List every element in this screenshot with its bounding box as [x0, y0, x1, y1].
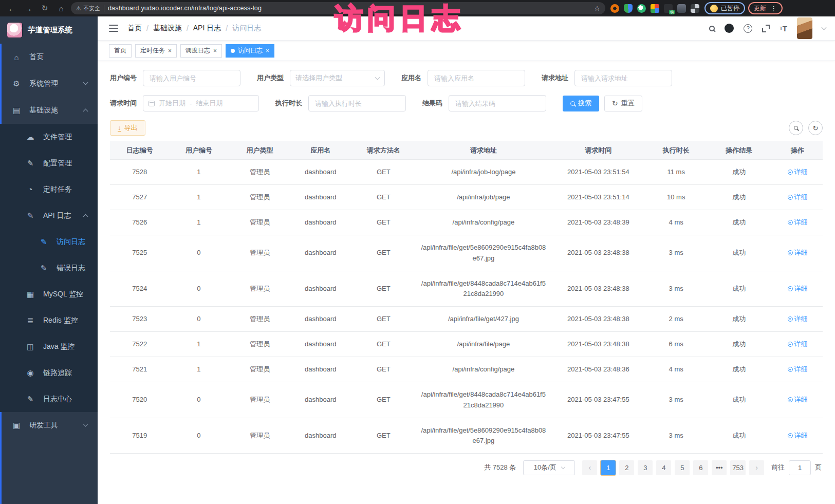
- browser-forward-button[interactable]: →: [22, 2, 35, 14]
- extension-icon-pinwheel[interactable]: [691, 4, 699, 13]
- cell-app: dashboard: [291, 418, 350, 453]
- eye-icon: [788, 250, 793, 255]
- browser-update-button[interactable]: 更新 ⋮: [748, 2, 783, 14]
- browser-address-bar[interactable]: ⚠ 不安全 dashboard.yudao.iocoder.cn/infra/l…: [71, 2, 605, 14]
- tab-close-icon[interactable]: ×: [168, 48, 172, 54]
- sidebar-item-schedule[interactable]: ◔定时任务: [0, 176, 98, 202]
- cell-id: 7521: [110, 357, 169, 382]
- page-button-6[interactable]: 6: [693, 460, 708, 475]
- sidebar-item-java-monitor[interactable]: ◫Java 监控: [0, 333, 98, 360]
- user-type-select[interactable]: 请选择用户类型: [290, 70, 385, 86]
- sidebar-item-log-center[interactable]: ✎日志中心: [0, 386, 98, 412]
- tab-定时任务[interactable]: 定时任务×: [135, 44, 177, 58]
- search-icon[interactable]: [709, 26, 715, 31]
- date-range-picker[interactable]: 开始日期 - 结束日期: [143, 95, 259, 111]
- extension-icon-green[interactable]: [637, 4, 646, 13]
- breadcrumb-item[interactable]: API 日志: [193, 24, 221, 33]
- tab-访问日志[interactable]: 访问日志×: [226, 44, 274, 58]
- next-page-button[interactable]: ›: [749, 460, 764, 475]
- goto-page-input[interactable]: [789, 460, 811, 475]
- table-row: 75190管理员dashboardGET/api/infra/file/get/…: [110, 418, 823, 453]
- sidebar-item-dev-tools[interactable]: ▣研发工具: [0, 412, 98, 439]
- sidebar-item-gear[interactable]: ⚙系统管理: [0, 70, 98, 97]
- sidebar-item-cloud-upload[interactable]: ☁文件管理: [0, 124, 98, 150]
- profile-paused-badge[interactable]: 已暂停: [704, 2, 745, 14]
- cell-action: 详细: [772, 185, 823, 210]
- sidebar-item-infrastructure[interactable]: ▤基础设施: [0, 97, 98, 124]
- duration-input[interactable]: [308, 95, 406, 111]
- toggle-search-button[interactable]: [789, 121, 803, 135]
- extension-icon-grid[interactable]: [651, 4, 659, 13]
- extension-icon-orange[interactable]: [610, 4, 619, 13]
- security-warning-icon[interactable]: ⚠ 不安全: [76, 5, 100, 12]
- fullscreen-icon[interactable]: [762, 25, 770, 32]
- result-code-input[interactable]: [449, 95, 546, 111]
- cell-user_id: 1: [169, 160, 228, 185]
- browser-back-button[interactable]: ←: [5, 2, 18, 14]
- extension-icon-puppet[interactable]: [677, 4, 686, 13]
- app-name-input[interactable]: [428, 70, 525, 86]
- tab-调度日志[interactable]: 调度日志×: [180, 44, 222, 58]
- sidebar-item-access-log[interactable]: ✎访问日志: [0, 229, 98, 255]
- sidebar-toggle-icon[interactable]: [109, 25, 118, 32]
- bookmark-star-icon[interactable]: ☆: [594, 5, 600, 12]
- sidebar-logo[interactable]: 芋道管理系统: [0, 16, 98, 44]
- avatar-dropdown-icon[interactable]: [822, 25, 827, 30]
- github-icon[interactable]: [725, 24, 734, 33]
- update-label: 更新: [754, 4, 766, 13]
- browser-menu-icon[interactable]: ⋮: [770, 5, 777, 12]
- sidebar-item-home[interactable]: ⌂首页: [0, 44, 98, 70]
- page-button-5[interactable]: 5: [675, 460, 690, 475]
- request-url-input[interactable]: [574, 70, 672, 86]
- browser-reload-button[interactable]: ↻: [38, 2, 51, 14]
- detail-link[interactable]: 详细: [788, 432, 808, 439]
- more-pages-button[interactable]: •••: [712, 460, 727, 475]
- page-button-4[interactable]: 4: [656, 460, 671, 475]
- sidebar-item-mysql-monitor[interactable]: ▦MySQL 监控: [0, 281, 98, 307]
- breadcrumb-item[interactable]: 首页: [127, 24, 142, 33]
- sidebar-item-edit[interactable]: ✎配置管理: [0, 150, 98, 176]
- page-button-2[interactable]: 2: [619, 460, 634, 475]
- sidebar-item-redis-monitor[interactable]: ≣Redis 监控: [0, 307, 98, 333]
- start-date-placeholder[interactable]: 开始日期: [159, 99, 185, 108]
- page-button-3[interactable]: 3: [638, 460, 653, 475]
- prev-page-button[interactable]: ‹: [582, 460, 597, 475]
- page-button-1[interactable]: 1: [601, 460, 616, 475]
- export-button[interactable]: ↓ 导出: [110, 120, 145, 136]
- breadcrumb-item[interactable]: 基础设施: [153, 24, 182, 33]
- detail-link[interactable]: 详细: [788, 218, 808, 226]
- help-icon[interactable]: ?: [744, 24, 752, 33]
- cell-url: /api/infra/file/get/8448cada8c714e4ab61f…: [417, 382, 550, 418]
- detail-link[interactable]: 详细: [788, 365, 808, 373]
- extension-icon-shield[interactable]: [624, 4, 633, 13]
- detail-link[interactable]: 详细: [788, 396, 808, 403]
- cell-id: 7528: [110, 160, 169, 185]
- page-button-753[interactable]: 753: [730, 460, 746, 475]
- user-id-input[interactable]: [143, 70, 240, 86]
- cell-duration: 2 ms: [646, 306, 706, 331]
- user-avatar[interactable]: [797, 17, 812, 39]
- font-size-icon[interactable]: TT: [780, 24, 787, 33]
- detail-link[interactable]: 详细: [788, 315, 808, 323]
- refresh-icon: ↻: [813, 125, 819, 132]
- detail-link[interactable]: 详细: [788, 285, 808, 292]
- sidebar-item-trace[interactable]: ◉链路追踪: [0, 360, 98, 386]
- tab-close-icon[interactable]: ×: [213, 48, 217, 54]
- detail-link[interactable]: 详细: [788, 340, 808, 348]
- end-date-placeholder[interactable]: 结束日期: [196, 99, 222, 108]
- search-button[interactable]: 搜索: [563, 96, 599, 111]
- refresh-table-button[interactable]: ↻: [808, 121, 823, 135]
- sidebar-item-api-log[interactable]: ✎API 日志: [0, 202, 98, 229]
- page-size-select[interactable]: 10条/页: [523, 460, 575, 475]
- cell-result: 成功: [706, 382, 772, 418]
- reset-button[interactable]: ↻ 重置: [604, 96, 642, 111]
- browser-home-button[interactable]: ⌂: [54, 2, 68, 14]
- sidebar-item-error-log[interactable]: ✎错误日志: [0, 255, 98, 281]
- tab-close-icon[interactable]: ×: [266, 48, 269, 54]
- detail-link[interactable]: 详细: [788, 168, 808, 176]
- security-label: 不安全: [83, 5, 100, 12]
- tab-首页[interactable]: 首页: [109, 44, 132, 58]
- detail-link[interactable]: 详细: [788, 249, 808, 256]
- detail-link[interactable]: 详细: [788, 193, 808, 201]
- extension-icon-translate[interactable]: 萌: [664, 4, 673, 13]
